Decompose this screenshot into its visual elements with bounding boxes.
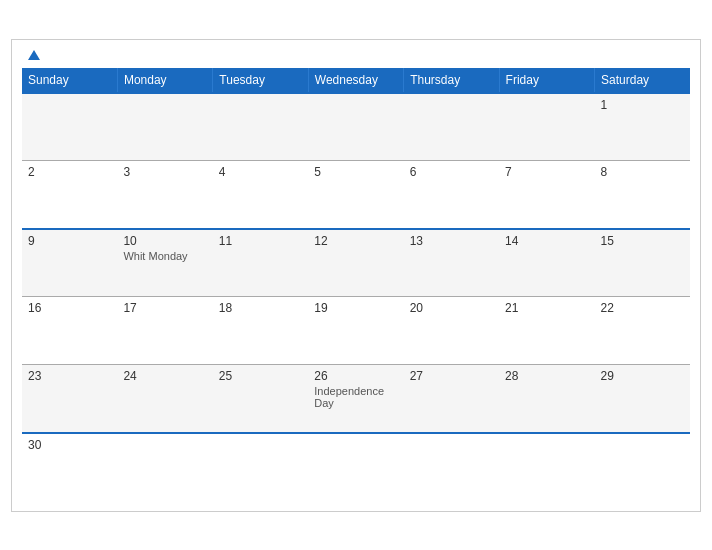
day-number: 19 [314,301,397,315]
calendar-grid: SundayMondayTuesdayWednesdayThursdayFrid… [22,68,690,501]
weekday-row: SundayMondayTuesdayWednesdayThursdayFrid… [22,68,690,93]
calendar-day-cell: 15 [595,229,690,297]
day-number: 17 [123,301,206,315]
day-number: 29 [601,369,684,383]
calendar-day-cell: 3 [117,161,212,229]
day-number: 11 [219,234,302,248]
calendar-day-cell: 8 [595,161,690,229]
day-number: 2 [28,165,111,179]
calendar-header [22,50,690,60]
holiday-label: Independence Day [314,385,397,409]
calendar-day-cell: 5 [308,161,403,229]
calendar-day-cell: 21 [499,297,594,365]
calendar-week-row: 1 [22,93,690,161]
calendar-day-cell: 27 [404,365,499,433]
calendar-day-cell: 29 [595,365,690,433]
day-number: 4 [219,165,302,179]
weekday-header-thursday: Thursday [404,68,499,93]
weekday-header-saturday: Saturday [595,68,690,93]
calendar-week-row: 2345678 [22,161,690,229]
day-number: 8 [601,165,684,179]
day-number: 3 [123,165,206,179]
day-number: 1 [601,98,684,112]
calendar-weekday-header: SundayMondayTuesdayWednesdayThursdayFrid… [22,68,690,93]
calendar-day-cell: 26Independence Day [308,365,403,433]
calendar-day-cell: 28 [499,365,594,433]
calendar-day-cell: 25 [213,365,308,433]
day-number: 7 [505,165,588,179]
calendar-day-cell: 11 [213,229,308,297]
day-number: 23 [28,369,111,383]
calendar-day-cell [22,93,117,161]
weekday-header-monday: Monday [117,68,212,93]
day-number: 12 [314,234,397,248]
day-number: 21 [505,301,588,315]
day-number: 15 [601,234,684,248]
day-number: 28 [505,369,588,383]
calendar-week-row: 910Whit Monday1112131415 [22,229,690,297]
calendar-day-cell: 6 [404,161,499,229]
day-number: 13 [410,234,493,248]
calendar-day-cell: 20 [404,297,499,365]
day-number: 9 [28,234,111,248]
calendar-day-cell: 18 [213,297,308,365]
calendar-day-cell: 22 [595,297,690,365]
calendar-week-row: 23242526Independence Day272829 [22,365,690,433]
weekday-header-wednesday: Wednesday [308,68,403,93]
logo [26,50,40,60]
calendar-day-cell [213,433,308,501]
day-number: 16 [28,301,111,315]
calendar-day-cell [308,93,403,161]
calendar-day-cell: 7 [499,161,594,229]
day-number: 27 [410,369,493,383]
calendar-container: SundayMondayTuesdayWednesdayThursdayFrid… [11,39,701,512]
calendar-day-cell: 17 [117,297,212,365]
day-number: 20 [410,301,493,315]
calendar-day-cell: 1 [595,93,690,161]
day-number: 10 [123,234,206,248]
calendar-day-cell: 24 [117,365,212,433]
logo-triangle-icon [28,50,40,60]
calendar-day-cell: 23 [22,365,117,433]
calendar-day-cell [499,93,594,161]
calendar-week-row: 16171819202122 [22,297,690,365]
calendar-day-cell [308,433,403,501]
weekday-header-friday: Friday [499,68,594,93]
holiday-label: Whit Monday [123,250,206,262]
calendar-day-cell: 9 [22,229,117,297]
day-number: 25 [219,369,302,383]
calendar-day-cell: 30 [22,433,117,501]
calendar-day-cell: 12 [308,229,403,297]
calendar-day-cell: 13 [404,229,499,297]
day-number: 14 [505,234,588,248]
calendar-day-cell [117,433,212,501]
day-number: 5 [314,165,397,179]
calendar-day-cell [595,433,690,501]
calendar-day-cell [213,93,308,161]
day-number: 24 [123,369,206,383]
day-number: 22 [601,301,684,315]
day-number: 18 [219,301,302,315]
calendar-body: 12345678910Whit Monday111213141516171819… [22,93,690,501]
calendar-day-cell [117,93,212,161]
calendar-day-cell: 14 [499,229,594,297]
calendar-day-cell: 2 [22,161,117,229]
calendar-day-cell: 4 [213,161,308,229]
calendar-day-cell [499,433,594,501]
calendar-day-cell: 19 [308,297,403,365]
calendar-day-cell: 10Whit Monday [117,229,212,297]
calendar-day-cell [404,93,499,161]
calendar-day-cell: 16 [22,297,117,365]
day-number: 26 [314,369,397,383]
calendar-week-row: 30 [22,433,690,501]
day-number: 30 [28,438,111,452]
calendar-day-cell [404,433,499,501]
weekday-header-tuesday: Tuesday [213,68,308,93]
weekday-header-sunday: Sunday [22,68,117,93]
day-number: 6 [410,165,493,179]
